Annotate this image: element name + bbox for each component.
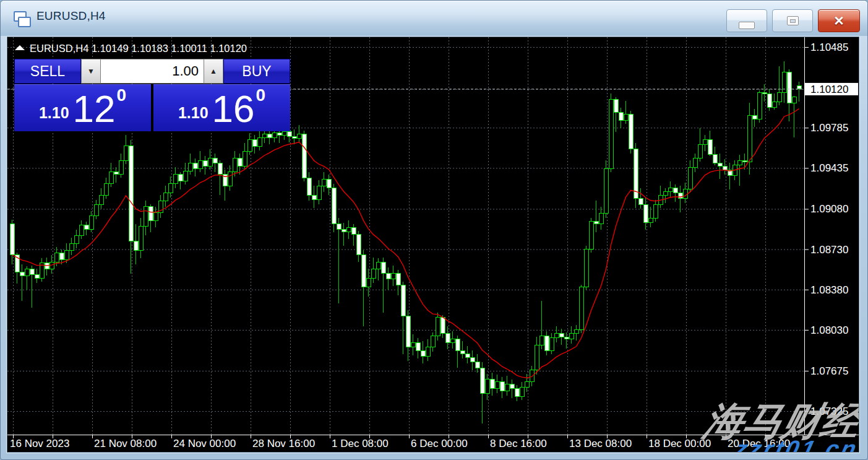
- time-axis-label[interactable]: 28 Nov 16:00: [252, 438, 315, 449]
- candle: [203, 156, 207, 175]
- close-button[interactable]: ✕: [818, 9, 860, 32]
- candle: [495, 375, 499, 393]
- candle-body: [460, 350, 465, 354]
- candle-body: [356, 234, 361, 254]
- price-axis-label[interactable]: 1.10485: [810, 41, 848, 53]
- price-axis-label[interactable]: 1.08730: [810, 244, 848, 256]
- candle-body: [559, 333, 564, 337]
- candle: [772, 93, 776, 110]
- candle-body: [168, 184, 173, 193]
- candle-body: [252, 140, 257, 147]
- sell-quote-panel[interactable]: 1.10 12 0: [14, 84, 151, 131]
- price-axis-label[interactable]: 1.08380: [810, 284, 848, 296]
- candle-body: [629, 115, 633, 149]
- candle-body: [69, 243, 74, 250]
- candle-body: [178, 175, 183, 181]
- price-axis-label[interactable]: 1.07675: [810, 365, 848, 377]
- title-bar[interactable]: EURUSD,H4 ✕: [1, 1, 867, 36]
- candle-body: [723, 167, 727, 170]
- chart-window: EURUSD,H4 ✕ 1.104851.101201.097851.09435…: [0, 0, 868, 460]
- candle: [158, 195, 163, 218]
- candle: [490, 373, 494, 396]
- candle: [728, 163, 732, 189]
- candle: [510, 380, 514, 398]
- candle-body: [153, 212, 158, 220]
- minimize-button[interactable]: [726, 9, 767, 32]
- candle: [381, 258, 385, 313]
- minimize-icon: [739, 22, 755, 29]
- candle: [134, 224, 138, 264]
- time-axis-label[interactable]: 6 Dec 00:00: [411, 438, 468, 449]
- candle-body: [35, 275, 39, 279]
- candle: [747, 103, 752, 174]
- candle-body: [376, 262, 380, 269]
- candle: [767, 89, 771, 111]
- price-axis-label[interactable]: 1.09785: [810, 122, 848, 134]
- candle-body: [510, 384, 514, 388]
- candle-body: [262, 134, 267, 137]
- candle: [228, 165, 232, 191]
- candle-body: [307, 178, 311, 195]
- candle: [30, 266, 34, 308]
- candle-body: [515, 389, 519, 397]
- maximize-button[interactable]: [772, 9, 813, 32]
- watermark-url: zzrt01.cn: [731, 436, 859, 452]
- candle: [267, 129, 272, 144]
- candle-body: [554, 333, 559, 337]
- price-axis-label[interactable]: 1.08030: [810, 324, 848, 336]
- candle-body: [371, 269, 376, 278]
- buy-quote-panel[interactable]: 1.10 16 0: [153, 84, 290, 131]
- candle: [698, 128, 702, 162]
- candle-body: [302, 134, 306, 178]
- candle: [634, 143, 638, 207]
- candle: [485, 374, 489, 401]
- volume-increase-button[interactable]: ▲: [204, 59, 223, 84]
- candle-body: [144, 207, 148, 227]
- candle-body: [89, 216, 93, 230]
- volume-input[interactable]: [101, 59, 204, 84]
- candle: [346, 220, 351, 239]
- time-axis-label[interactable]: 1 Dec 08:00: [332, 438, 389, 449]
- current-price-flag-text: 1.10120: [810, 84, 848, 95]
- candle: [391, 266, 395, 286]
- buy-button[interactable]: BUY: [223, 59, 290, 84]
- time-axis-label[interactable]: 13 Dec 08:00: [569, 438, 632, 449]
- candle-body: [500, 382, 504, 391]
- candle-body: [327, 179, 331, 188]
- time-axis-label[interactable]: 16 Nov 2023: [10, 438, 69, 449]
- candle-body: [475, 362, 479, 368]
- close-icon: ✕: [833, 14, 844, 27]
- candle-body: [609, 100, 613, 169]
- sell-button[interactable]: SELL: [14, 59, 81, 84]
- candle-body: [643, 204, 648, 223]
- candle: [183, 163, 187, 184]
- candle-body: [599, 214, 603, 224]
- candle-body: [218, 163, 222, 175]
- candle: [386, 267, 390, 289]
- candle: [94, 200, 98, 220]
- buy-price-big: 16: [212, 92, 255, 126]
- price-axis-label[interactable]: 1.09080: [810, 203, 848, 215]
- candle: [658, 186, 663, 207]
- candle: [668, 181, 672, 197]
- volume-decrease-button[interactable]: ▼: [81, 59, 101, 84]
- candle-body: [257, 137, 262, 147]
- candle: [356, 231, 361, 262]
- time-axis-label[interactable]: 24 Nov 00:00: [173, 438, 236, 449]
- candle: [515, 385, 519, 401]
- candle: [470, 350, 475, 370]
- time-axis-label[interactable]: 8 Dec 16:00: [490, 438, 547, 449]
- candle: [213, 154, 217, 172]
- time-axis-label[interactable]: 21 Nov 08:00: [94, 438, 157, 449]
- price-axis-label[interactable]: 1.09435: [810, 162, 848, 174]
- candle-body: [163, 193, 168, 201]
- candle-body: [782, 72, 786, 92]
- candle-body: [173, 175, 178, 184]
- candle-body: [668, 188, 672, 192]
- candle: [614, 97, 618, 132]
- candle: [198, 151, 202, 171]
- candle-body: [391, 274, 395, 279]
- candle-body: [638, 199, 643, 204]
- candle: [99, 188, 103, 209]
- candle: [436, 313, 440, 341]
